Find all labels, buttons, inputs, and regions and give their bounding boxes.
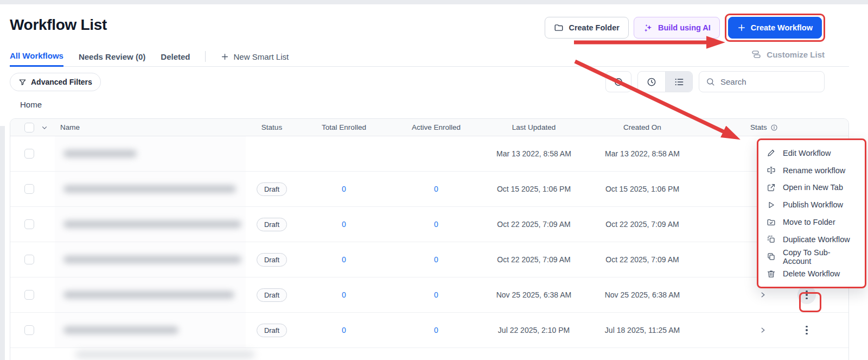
created-on-value: Oct 22 2025, 7:09 AM (585, 220, 699, 229)
row-checkbox[interactable] (24, 219, 34, 229)
left-edge-strip (0, 126, 5, 360)
table-row[interactable]: Mar 13 2022, 8:58 AM Mar 13 2022, 8:58 A… (10, 136, 848, 172)
table-row[interactable]: Draft 0 0 Oct 22 2025, 7:09 AM Oct 22 20… (10, 207, 848, 242)
menu-item-open-new-tab[interactable]: Open in New Tab (758, 179, 865, 197)
menu-item-publish-workflow[interactable]: Publish Workflow (758, 196, 865, 213)
table-row[interactable]: Draft 0 0 Jul 22 2025, 2:10 PM Jul 18 20… (10, 313, 848, 348)
table-header-row: Name Status Total Enrolled Active Enroll… (10, 119, 848, 136)
create-folder-button[interactable]: Create Folder (545, 17, 628, 39)
total-enrolled-link[interactable]: 0 (298, 255, 390, 264)
col-stats[interactable]: Stats (699, 123, 848, 131)
menu-item-edit-workflow[interactable]: Edit Workflow (758, 144, 865, 162)
tab-all-workflows[interactable]: All Workflows (10, 47, 63, 67)
create-folder-label: Create Folder (569, 23, 619, 32)
created-on-value: Mar 13 2022, 8:58 AM (585, 149, 699, 158)
menu-item-duplicate-workflow[interactable]: Duplicate Workflow (758, 231, 865, 248)
last-updated-value: Jul 22 2025, 2:10 PM (482, 326, 585, 334)
status-badge: Draft (257, 288, 287, 302)
last-updated-value: Oct 15 2025, 1:06 PM (482, 185, 585, 193)
tab-divider (205, 51, 206, 62)
create-workflow-button[interactable]: Create Workflow (728, 17, 822, 39)
advanced-filters-button[interactable]: Advanced Filters (10, 73, 101, 91)
menu-item-label: Copy To Sub-Account (783, 248, 857, 266)
workflow-name-blurred (55, 207, 246, 242)
created-on-value: Oct 15 2025, 1:06 PM (585, 185, 699, 193)
row-actions-kebab-menu[interactable] (797, 321, 816, 339)
pencil-icon (767, 148, 776, 157)
play-icon (767, 200, 776, 210)
status-badge: Draft (257, 324, 287, 337)
total-enrolled-link[interactable]: 0 (298, 185, 390, 193)
menu-item-label: Move to Folder (783, 218, 835, 226)
recent-view-button[interactable] (638, 72, 665, 92)
menu-item-copy-to-subaccount[interactable]: Copy To Sub-Account (758, 248, 865, 266)
sparkles-icon (643, 23, 653, 33)
plus-icon (221, 53, 229, 61)
new-smart-list-button[interactable]: New Smart List (221, 52, 289, 61)
build-using-ai-button[interactable]: Build using AI (634, 17, 720, 39)
advanced-filters-label: Advanced Filters (31, 78, 92, 86)
workflow-name-blurred (55, 172, 246, 206)
chevron-down-icon[interactable] (34, 124, 55, 131)
menu-item-label: Open in New Tab (783, 183, 843, 192)
new-smart-list-label: New Smart List (233, 52, 289, 61)
active-enrolled-link[interactable]: 0 (390, 326, 482, 334)
workflow-name-blurred (55, 277, 246, 312)
rename-icon (767, 166, 776, 175)
row-checkbox[interactable] (24, 290, 34, 300)
menu-item-move-to-folder[interactable]: Move to Folder (758, 213, 865, 231)
row-checkbox[interactable] (24, 184, 34, 194)
last-updated-value: Oct 22 2025, 7:09 AM (482, 220, 585, 229)
search-input[interactable] (719, 77, 818, 87)
workflow-name-blurred (55, 313, 246, 348)
total-enrolled-link[interactable]: 0 (298, 326, 390, 334)
chevron-right-icon[interactable] (759, 291, 767, 299)
view-controls (605, 71, 825, 92)
clock-icon (646, 77, 657, 87)
row-actions-kebab-menu[interactable] (797, 286, 816, 304)
col-created-on[interactable]: Created On (585, 123, 699, 131)
tab-deleted[interactable]: Deleted (161, 47, 190, 67)
table-row[interactable]: Draft 0 0 Nov 25 2025, 6:38 AM Nov 25 20… (10, 277, 848, 313)
row-checkbox[interactable] (24, 255, 34, 264)
top-edge-strip (0, 0, 868, 4)
active-enrolled-link[interactable]: 0 (390, 255, 482, 264)
created-on-value: Oct 22 2025, 7:09 AM (585, 255, 699, 264)
table-row[interactable]: Draft 0 0 Oct 22 2025, 7:09 AM Oct 22 20… (10, 242, 848, 277)
menu-item-label: Duplicate Workflow (783, 235, 850, 244)
col-name[interactable]: Name (55, 123, 246, 131)
folder-check-icon (767, 218, 776, 227)
created-on-value: Nov 25 2025, 6:38 AM (585, 290, 699, 299)
info-icon[interactable] (770, 124, 778, 131)
select-all-checkbox[interactable] (24, 123, 34, 132)
active-enrolled-link[interactable]: 0 (390, 185, 482, 193)
view-mode-segment (637, 71, 693, 92)
list-view-button[interactable] (665, 72, 692, 92)
active-enrolled-link[interactable]: 0 (390, 290, 482, 299)
copy-icon (767, 252, 776, 261)
chevron-right-icon[interactable] (759, 326, 767, 334)
breadcrumb[interactable]: Home (20, 100, 42, 109)
col-active-enrolled[interactable]: Active Enrolled (390, 123, 482, 131)
tab-needs-review[interactable]: Needs Review (0) (79, 47, 145, 67)
total-enrolled-link[interactable]: 0 (298, 220, 390, 229)
menu-item-delete-workflow[interactable]: Delete Workflow (758, 266, 865, 283)
table-row[interactable]: Draft 0 0 Oct 15 2025, 1:06 PM Oct 15 20… (10, 172, 848, 207)
workflow-table: Name Status Total Enrolled Active Enroll… (10, 118, 849, 360)
status-badge: Draft (257, 182, 287, 196)
col-status[interactable]: Status (246, 123, 298, 131)
col-last-updated[interactable]: Last Updated (482, 123, 585, 131)
menu-item-label: Delete Workflow (783, 269, 840, 278)
build-using-ai-label: Build using AI (658, 23, 711, 32)
history-button[interactable] (605, 71, 631, 92)
col-stats-label: Stats (750, 123, 767, 131)
last-updated-value: Mar 13 2022, 8:58 AM (482, 149, 585, 158)
active-enrolled-link[interactable]: 0 (390, 220, 482, 229)
workflow-name-blurred (55, 242, 246, 277)
total-enrolled-link[interactable]: 0 (298, 290, 390, 299)
last-updated-value: Oct 22 2025, 7:09 AM (482, 255, 585, 264)
row-checkbox[interactable] (24, 149, 34, 159)
row-checkbox[interactable] (24, 325, 34, 335)
menu-item-rename-workflow[interactable]: Rename workflow (758, 162, 865, 179)
col-total-enrolled[interactable]: Total Enrolled (298, 123, 390, 131)
